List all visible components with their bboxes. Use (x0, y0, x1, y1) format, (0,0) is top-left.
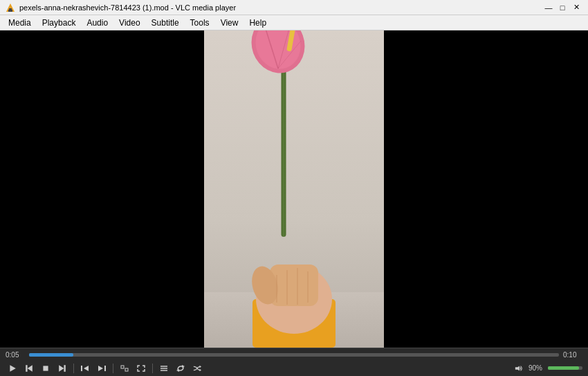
playlist-button[interactable] (157, 362, 171, 375)
frame-fwd-icon (98, 364, 106, 373)
video-content (0, 30, 588, 348)
windowed-button[interactable] (118, 362, 131, 375)
next-button[interactable] (55, 362, 69, 375)
random-icon (193, 364, 201, 373)
volume-button[interactable] (512, 362, 526, 375)
svg-rect-20 (43, 366, 48, 370)
title-controls: — □ ✕ (542, 1, 582, 14)
title-left: pexels-anna-nekrashevich-7814423 (1).mod… (6, 3, 236, 12)
svg-rect-18 (26, 365, 27, 372)
prev-icon (25, 364, 33, 373)
sep3 (152, 364, 153, 373)
menu-playback[interactable]: Playback (37, 17, 82, 29)
volume-label: 90% (529, 364, 545, 372)
fullscreen-button[interactable] (134, 362, 148, 375)
svg-marker-22 (59, 365, 64, 372)
svg-marker-37 (515, 366, 520, 370)
window-title: pexels-anna-nekrashevich-7814423 (1).mod… (19, 3, 236, 12)
stop-button[interactable] (39, 362, 53, 375)
progress-fill (29, 353, 73, 357)
volume-icon (515, 364, 523, 373)
title-bar: pexels-anna-nekrashevich-7814423 (1).mod… (0, 0, 588, 15)
stop-icon (42, 364, 50, 373)
frame-fwd-button[interactable] (95, 362, 109, 375)
time-current: 0:05 (6, 351, 25, 359)
svg-rect-29 (125, 368, 128, 371)
menu-video[interactable]: Video (113, 17, 145, 29)
frame-back-button[interactable] (78, 362, 92, 375)
svg-rect-26 (104, 366, 106, 371)
black-bar-left (0, 30, 204, 348)
buttons-row: 90% (0, 361, 588, 376)
progress-bar[interactable] (29, 353, 559, 357)
time-total: 0:10 (563, 351, 582, 359)
play-icon (8, 364, 17, 373)
svg-marker-17 (10, 365, 15, 372)
play-button[interactable] (6, 362, 19, 375)
loop-icon (176, 364, 185, 373)
hand-container (232, 223, 356, 348)
maximize-button[interactable]: □ (556, 1, 569, 14)
loop-button[interactable] (174, 362, 187, 375)
fullscreen-icon (137, 364, 145, 373)
frame-back-icon (81, 364, 89, 373)
sep1 (73, 364, 74, 373)
minimize-button[interactable]: — (542, 1, 555, 14)
menu-tools[interactable]: Tools (185, 17, 215, 29)
close-button[interactable]: ✕ (570, 1, 582, 14)
menu-help[interactable]: Help (244, 17, 272, 29)
video-frame (204, 30, 384, 348)
black-bar-right (384, 30, 588, 348)
svg-rect-2 (8, 10, 12, 12)
sep2 (113, 364, 113, 373)
prev-button[interactable] (22, 362, 36, 375)
svg-marker-35 (199, 366, 201, 368)
menu-subtitle[interactable]: Subtitle (146, 17, 185, 29)
controls-area: 0:05 0:10 (0, 348, 588, 376)
svg-marker-36 (199, 369, 201, 371)
volume-bar[interactable] (548, 366, 582, 370)
video-area[interactable] (0, 30, 588, 348)
flower-scene (204, 30, 384, 348)
random-button[interactable] (190, 362, 204, 375)
vlc-icon (6, 3, 15, 12)
window-icon (120, 364, 129, 373)
svg-marker-19 (28, 365, 33, 372)
volume-section: 90% (512, 362, 582, 375)
menu-audio[interactable]: Audio (81, 17, 113, 29)
menu-view[interactable]: View (215, 17, 244, 29)
playlist-icon (160, 364, 168, 373)
menu-media[interactable]: Media (3, 17, 37, 29)
svg-rect-21 (64, 365, 65, 372)
svg-marker-27 (98, 366, 103, 371)
progress-row: 0:05 0:10 (0, 348, 588, 361)
svg-rect-28 (121, 366, 124, 368)
volume-fill (548, 366, 579, 370)
next-icon (58, 364, 66, 373)
flower-spathe-container (249, 30, 318, 78)
menu-bar: Media Playback Audio Video Subtitle Tool… (0, 15, 588, 30)
